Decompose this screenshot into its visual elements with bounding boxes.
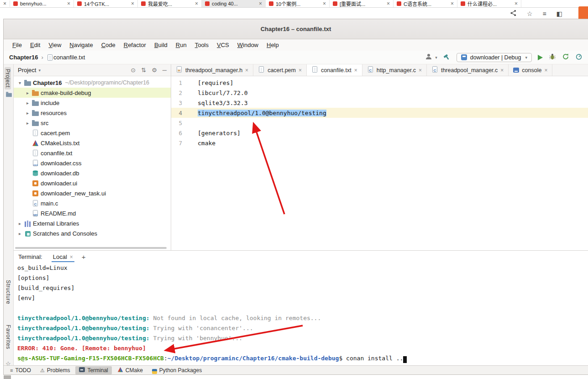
browser-tab[interactable]: 14个GTK...×: [74, 0, 138, 8]
editor-line[interactable]: 7cmake: [171, 138, 588, 148]
tree-item[interactable]: ▸Scratches and Consoles: [14, 228, 171, 238]
horizontal-scrollbar[interactable]: [15, 247, 167, 249]
menu-run[interactable]: Run: [172, 42, 191, 48]
build-hammer-icon[interactable]: [443, 53, 451, 62]
editor-line[interactable]: 1[requires]: [171, 78, 588, 88]
window-titlebar[interactable]: Chapter16 – conanfile.txt: [4, 19, 588, 39]
browser-tab[interactable]: coding 40...×: [202, 0, 266, 8]
menu-navigate[interactable]: Navigate: [65, 42, 97, 48]
editor-line[interactable]: 5: [171, 118, 588, 128]
editor-tab[interactable]: cacert.pem×: [253, 64, 307, 76]
terminal-tab-local[interactable]: Local ×: [52, 252, 74, 262]
editor-tab[interactable]: conanfile.txt×: [307, 64, 362, 76]
tree-item[interactable]: conanfile.txt: [14, 148, 171, 158]
close-icon[interactable]: ×: [245, 67, 248, 74]
terminal-output[interactable]: os_build=Linux[options][build_requires][…: [14, 263, 588, 365]
editor-tab[interactable]: Cthreadpool_manager.c×: [427, 64, 509, 76]
tab-close-icon[interactable]: ×: [387, 0, 390, 7]
tree-item[interactable]: cssdownloader.css: [14, 158, 171, 168]
browser-tab[interactable]: 10个案例...×: [266, 0, 330, 8]
tab-close-icon[interactable]: ×: [323, 0, 326, 7]
chevron-right-icon[interactable]: ▸: [16, 231, 23, 236]
editor-line[interactable]: 2libcurl/7.72.0: [171, 88, 588, 98]
locate-file-icon[interactable]: ⊙: [131, 67, 136, 74]
tree-item[interactable]: ▾Chapter16~/Desktop/programinc/Chapter16: [14, 78, 171, 88]
tree-item[interactable]: downloader.db: [14, 168, 171, 178]
browser-tab[interactable]: C语言系统...×: [394, 0, 457, 8]
browser-tab[interactable]: 什么课程必...×: [457, 0, 521, 8]
menu-file[interactable]: File: [8, 42, 26, 48]
tree-item[interactable]: ▸include: [14, 98, 171, 108]
menu-code[interactable]: Code: [97, 42, 120, 48]
run-configuration-select[interactable]: downloader | Debug ▾: [457, 53, 532, 62]
library-icon[interactable]: ≡: [543, 10, 546, 17]
hide-panel-icon[interactable]: ─: [163, 67, 167, 74]
vcs-users-icon[interactable]: [425, 53, 432, 62]
close-icon[interactable]: ×: [419, 67, 422, 74]
coverage-restart-icon[interactable]: [562, 53, 569, 62]
close-icon[interactable]: ×: [70, 254, 73, 260]
chevron-right-icon[interactable]: ▸: [24, 121, 31, 126]
menu-refactor[interactable]: Refactor: [120, 42, 150, 48]
project-panel-title[interactable]: Project: [18, 67, 36, 74]
menu-window[interactable]: Window: [233, 42, 262, 48]
statusbar-terminal[interactable]: Terminal: [75, 366, 111, 374]
chevron-right-icon[interactable]: ▸: [24, 100, 31, 105]
chevron-right-icon[interactable]: ▸: [24, 111, 31, 116]
new-terminal-button[interactable]: +: [82, 253, 86, 261]
tree-item[interactable]: ▸cmake-build-debug: [14, 88, 171, 98]
tree-item[interactable]: cacert.pem: [14, 128, 171, 138]
editor-line[interactable]: 6[generators]: [171, 128, 588, 138]
statusbar-problems[interactable]: ⚠Problems: [37, 366, 74, 374]
menu-build[interactable]: Build: [150, 42, 172, 48]
tab-close-icon[interactable]: ×: [67, 0, 70, 7]
tree-item[interactable]: ▸src: [14, 118, 171, 128]
browser-tab[interactable]: [重要面试...×: [330, 0, 394, 8]
sidebar-icon[interactable]: ◧: [556, 10, 562, 17]
tab-close-icon[interactable]: ×: [514, 0, 518, 7]
statusbar-cmake[interactable]: CMake: [114, 366, 147, 374]
editor-tab[interactable]: Hthreadpool_manager.h×: [171, 64, 253, 76]
run-button[interactable]: [538, 55, 543, 60]
menu-help[interactable]: Help: [262, 42, 283, 48]
tree-item[interactable]: downloader.ui: [14, 178, 171, 188]
sidebar-item-structure[interactable]: Structure: [5, 280, 11, 304]
chevron-down-icon[interactable]: ▾: [38, 68, 41, 73]
editor-line[interactable]: 3sqlite3/3.32.3: [171, 98, 588, 108]
menu-vcs[interactable]: VCS: [213, 42, 233, 48]
gear-icon[interactable]: ⚙: [152, 67, 157, 74]
menu-view[interactable]: View: [44, 42, 65, 48]
profiler-icon[interactable]: [575, 53, 583, 62]
browser-tab[interactable]: bennyhuo...×: [10, 0, 74, 8]
editor-line[interactable]: 4tinycthreadpool/1.0@bennyhuo/testing: [171, 108, 588, 118]
tab-close-icon[interactable]: ×: [131, 0, 134, 7]
bookmark-star-icon[interactable]: ☆: [527, 10, 533, 17]
sidebar-item-favorites[interactable]: Favorites: [5, 325, 11, 349]
chevron-right-icon[interactable]: ▸: [16, 221, 23, 226]
statusbar-python-packages[interactable]: Python Packages: [148, 366, 205, 374]
close-icon[interactable]: ×: [500, 67, 504, 74]
tree-item[interactable]: ▸External Libraries: [14, 218, 171, 228]
sidebar-item-project[interactable]: Project: [5, 67, 11, 89]
debug-bug-icon[interactable]: [549, 53, 556, 62]
breadcrumb-file[interactable]: conanfile.txt: [53, 54, 85, 61]
tab-close-icon[interactable]: ×: [451, 0, 454, 7]
tab-close-icon[interactable]: ×: [195, 0, 198, 7]
menu-tools[interactable]: Tools: [191, 42, 213, 48]
chevron-right-icon[interactable]: ▸: [24, 90, 31, 95]
editor-pane[interactable]: 1[requires]2libcurl/7.72.03sqlite3/3.32.…: [171, 76, 588, 250]
editor-tab[interactable]: console×: [509, 64, 552, 76]
breadcrumb-project[interactable]: Chapter16: [9, 54, 38, 61]
tree-item[interactable]: MDREADME.md: [14, 208, 171, 218]
tree-item[interactable]: Cmain.c: [14, 198, 171, 208]
tree-item[interactable]: downloader_new_task.ui: [14, 188, 171, 198]
menu-edit[interactable]: Edit: [26, 42, 44, 48]
close-icon[interactable]: ×: [299, 67, 302, 74]
editor-tab[interactable]: Chttp_manager.c×: [362, 64, 427, 76]
tab-close-icon[interactable]: ×: [0, 0, 10, 7]
browser-tab[interactable]: 我最爱吃...×: [138, 0, 202, 8]
chevron-down-icon[interactable]: ▾: [16, 80, 23, 85]
tree-item[interactable]: ▸resources: [14, 108, 171, 118]
tree-item[interactable]: CMakeLists.txt: [14, 138, 171, 148]
tab-close-icon[interactable]: ×: [259, 0, 262, 7]
